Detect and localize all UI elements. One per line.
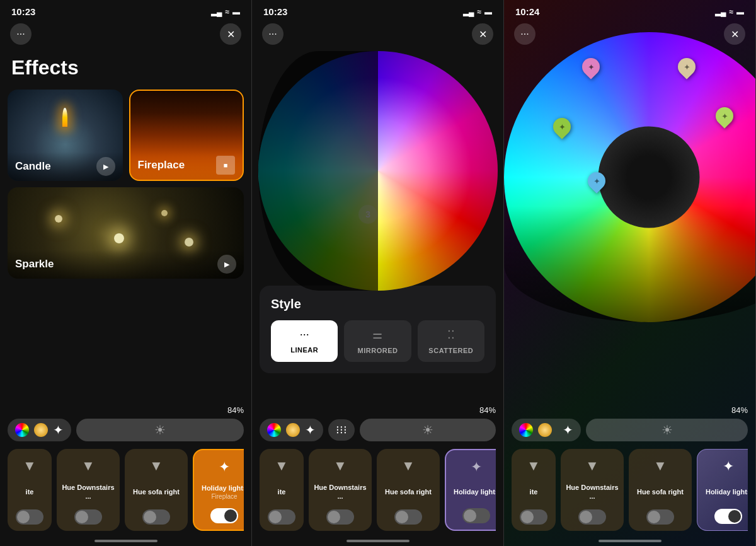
device-icon-1c: ▼ [149, 458, 163, 474]
scattered-icon: ⁚⁚ [447, 328, 455, 342]
brightness-slider-2[interactable]: ☀ [360, 419, 496, 441]
sun-icon-1: ☀ [154, 422, 166, 438]
battery-icon: ▬ [232, 8, 240, 16]
effect-card-sparkle[interactable]: Sparkle ▶ [8, 187, 244, 279]
toggle-3a[interactable] [520, 509, 547, 525]
close-button-1[interactable]: ✕ [220, 23, 241, 45]
style-option-linear[interactable]: ··· LINEAR [271, 320, 338, 362]
scene-icon[interactable]: ✦ [53, 422, 64, 438]
fireplace-label-row: Fireplace ■ [130, 151, 243, 180]
battery-icon-2: ▬ [484, 8, 492, 16]
sun-icon-3: ☀ [662, 422, 673, 438]
big-wheel-dark [504, 206, 756, 322]
color-wheel-icon[interactable] [15, 423, 29, 437]
device-card-holiday-1[interactable]: ✦ Holiday lights Fireplace [193, 449, 244, 531]
menu-button-1[interactable]: ··· [10, 23, 32, 45]
device-icon-2b: ▼ [333, 458, 347, 474]
device-icon-2a: ▼ [275, 458, 289, 474]
device-name-holiday-1-wrap: Holiday lights Fireplace [202, 484, 244, 499]
style-option-scattered[interactable]: ⁚⁚ SCATTERED [418, 320, 484, 362]
warm-icon-2[interactable] [286, 423, 300, 437]
toggle-2b[interactable] [326, 509, 354, 525]
device-card-2b[interactable]: ▼ Hue Downstairs ... [309, 449, 372, 531]
device-icon-2c: ▼ [401, 458, 415, 474]
device-card-3c[interactable]: ▼ Hue sofa right [629, 449, 692, 531]
candle-label-row: Candle ▶ [8, 152, 123, 181]
header-2: ··· ✕ [252, 21, 503, 51]
device-icon-3c: ▼ [653, 458, 667, 474]
status-bar-3: 10:24 ▂▄ ≈ ▬ [504, 0, 755, 21]
device-icon-1b: ▼ [81, 458, 95, 474]
warm-color-icon[interactable] [34, 423, 48, 437]
sparkle-play-btn[interactable]: ▶ [217, 255, 236, 274]
menu-button-2[interactable]: ··· [262, 23, 284, 45]
toggle-2a[interactable] [268, 509, 295, 525]
hue-marker-3[interactable]: ✦ [552, 118, 572, 142]
device-card-holiday-2[interactable]: ✦ Holiday lights [445, 449, 496, 531]
fireplace-label: Fireplace [138, 159, 185, 171]
color-wheel-2[interactable]: 3 [258, 51, 498, 291]
candle-play-btn[interactable]: ▶ [96, 157, 115, 176]
control-row-1: ✦ ☀ [8, 419, 244, 441]
linear-icon: ··· [300, 328, 309, 341]
device-name-holiday-3: Holiday lights [706, 487, 748, 496]
scene-icon-2[interactable]: ✦ [305, 422, 316, 438]
toggle-3c[interactable] [646, 509, 674, 525]
scene-icon-3[interactable]: ✦ [563, 422, 573, 438]
toggle-1b[interactable] [74, 509, 102, 525]
device-card-1b[interactable]: ▼ Hue Downstairs ... [57, 449, 120, 531]
big-color-wheel[interactable] [504, 32, 756, 322]
effect-card-candle[interactable]: Candle ▶ [8, 90, 123, 181]
toggle-2c[interactable] [394, 509, 422, 525]
fireplace-stop-btn[interactable]: ■ [216, 156, 235, 175]
marker-1-icon: ✦ [588, 62, 595, 72]
hue-marker-2[interactable]: ✦ [677, 58, 697, 82]
device-name-2b: Hue Downstairs ... [314, 483, 367, 501]
bottom-area-1: 84% ✦ ☀ ▼ ite ▼ Hue Downstairs ... [0, 400, 251, 546]
hue-marker-5[interactable]: ✦ [587, 172, 607, 196]
color-controls-3: | ✦ [512, 419, 581, 441]
sparkle-label-row: Sparkle ▶ [8, 250, 244, 279]
color-wheel-icon-3[interactable] [519, 423, 533, 437]
toggle-holiday-1[interactable] [210, 508, 238, 523]
bottom-area-2: 84% ✦ ⁝⁝⁝ ☀ ▼ ite ▼ Hue Downstairs ... [252, 400, 503, 546]
device-name-holiday-1: Holiday lights [202, 484, 244, 492]
device-name-3b: Hue Downstairs ... [566, 483, 619, 501]
number-badge: 3 [358, 205, 377, 224]
device-name-1a: ite [26, 487, 34, 496]
toggle-1a[interactable] [16, 509, 43, 525]
effect-card-fireplace[interactable]: Fireplace ■ [129, 90, 244, 181]
warm-icon-3[interactable] [538, 423, 552, 437]
brightness-label-1: 84% [8, 405, 244, 415]
device-card-3b[interactable]: ▼ Hue Downstairs ... [561, 449, 624, 531]
style-option-mirrored[interactable]: ⚌ MIRRORED [344, 320, 411, 362]
time-3: 10:24 [515, 6, 539, 17]
device-card-1a[interactable]: ▼ ite [8, 449, 52, 531]
device-card-1c[interactable]: ▼ Hue sofa right [125, 449, 188, 531]
device-card-2c[interactable]: ▼ Hue sofa right [377, 449, 440, 531]
brightness-slider-3[interactable]: ☀ [586, 419, 748, 441]
signal-icon-3: ▂▄ [715, 8, 726, 16]
panel-effects: 10:23 ▂▄ ≈ ▬ ··· ✕ Effects Candle ▶ [0, 0, 252, 546]
brightness-slider-1[interactable]: ☀ [76, 419, 244, 441]
panel-style: 10:23 ▂▄ ≈ ▬ ··· ✕ 3 Style [252, 0, 504, 546]
toggle-1c[interactable] [142, 509, 170, 525]
status-bar-2: 10:23 ▂▄ ≈ ▬ [252, 0, 503, 21]
marker-2-icon: ✦ [683, 62, 690, 72]
device-icon-1a: ▼ [23, 458, 37, 474]
toggle-3b[interactable] [578, 509, 606, 525]
device-card-holiday-3[interactable]: ✦ Holiday lights [697, 449, 748, 531]
hue-marker-4[interactable]: ✦ [714, 107, 735, 131]
candle-label: Candle [15, 160, 51, 173]
device-name-1b: Hue Downstairs ... [62, 483, 115, 501]
wheel-dark-overlay [258, 51, 498, 291]
toggle-holiday-3[interactable] [714, 509, 742, 524]
close-button-2[interactable]: ✕ [472, 23, 493, 45]
device-card-3a[interactable]: ▼ ite [512, 449, 556, 531]
device-card-2a[interactable]: ▼ ite [260, 449, 304, 531]
hue-marker-1[interactable]: ✦ [581, 58, 601, 82]
toggle-holiday-2[interactable] [462, 508, 490, 523]
color-wheel-icon-2[interactable] [267, 423, 281, 437]
home-indicator-1 [94, 540, 158, 542]
signal-icon: ▂▄ [211, 8, 222, 16]
